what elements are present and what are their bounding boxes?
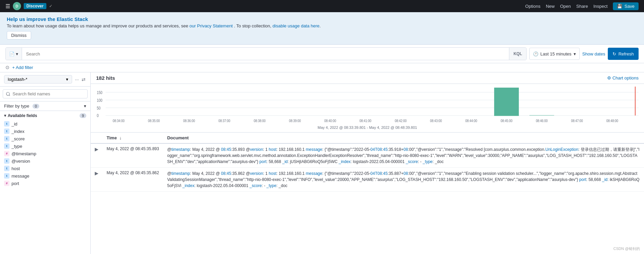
new-link[interactable]: New (546, 4, 555, 9)
sidebar: logstash-* ▾ ··· ⇄ Filter by type 0 ▾ ▾ … (0, 72, 91, 254)
field-type-badge: # (4, 151, 9, 156)
field-name: _score (12, 136, 25, 141)
svg-text:08:37:00: 08:37:00 (219, 119, 230, 123)
index-icons: ··· ⇄ (74, 76, 86, 83)
time-sort-icon: ↓ (119, 135, 122, 140)
table-row: ▶May 4, 2022 @ 08:45:35.862@timestamp: M… (91, 168, 644, 192)
field-item[interactable]: t_index (0, 128, 90, 135)
hamburger-icon[interactable]: ☰ (5, 3, 10, 9)
field-item[interactable]: t@version (0, 157, 90, 165)
svg-text:08:35:00: 08:35:00 (148, 119, 160, 123)
field-name: port (12, 181, 19, 186)
time-label: Last 15 minutes (540, 51, 572, 56)
field-name: _type (12, 144, 22, 149)
svg-text:100: 100 (97, 98, 103, 102)
search-input[interactable] (22, 48, 509, 60)
field-name: _index (12, 129, 24, 134)
nav-avatar[interactable]: D (13, 2, 21, 10)
field-item[interactable]: thost (0, 165, 90, 172)
disable-link[interactable]: disable usage data here (272, 23, 319, 28)
filter-bar: ⊙ + Add filter (0, 63, 644, 72)
svg-rect-19 (494, 88, 519, 116)
refresh-button[interactable]: ↻ Refresh (608, 48, 639, 60)
available-fields-title: Available fields (8, 113, 37, 118)
dismiss-button[interactable]: Dismiss (7, 31, 31, 40)
filter-type-chevron-icon: ▾ (84, 103, 86, 109)
top-nav: ☰ D Discover ✓ Options New Open Share In… (0, 0, 644, 12)
document-cell: @timestamp: May 4, 2022 @ 08:45:35.862 @… (163, 168, 644, 192)
field-item[interactable]: t_id (0, 120, 90, 128)
field-type-badge: # (4, 181, 9, 186)
time-cell: May 4, 2022 @ 08:45:35.893 (103, 143, 163, 168)
share-link[interactable]: Share (576, 4, 588, 9)
field-name: message (12, 174, 29, 179)
discover-badge[interactable]: Discover (24, 3, 46, 9)
svg-text:08:36:00: 08:36:00 (183, 119, 195, 123)
search-fields-input[interactable] (3, 89, 88, 98)
time-chevron-icon: ▾ (574, 51, 576, 56)
kql-badge[interactable]: KQL (509, 48, 526, 60)
field-item[interactable]: t_score (0, 135, 90, 142)
fields-section-header[interactable]: ▾ Available fields 9 (0, 111, 90, 120)
svg-rect-21 (529, 115, 554, 116)
save-button[interactable]: 💾 Save (613, 2, 639, 10)
results-area: 182 hits ⚙ Chart options 15010050008:34:… (91, 72, 644, 254)
time-cell: May 4, 2022 @ 08:45:35.862 (103, 168, 163, 192)
svg-text:08:39:00: 08:39:00 (289, 119, 301, 123)
search-bar: 📄 ▾ KQL 🕐 Last 15 minutes ▾ Show dates ↻… (0, 45, 644, 63)
fields-section: ▾ Available fields 9 t_idt_indext_scoret… (0, 111, 90, 254)
index-arrow-button[interactable]: ⇄ (81, 76, 86, 83)
fields-list: t_idt_indext_scoret_type#@timestampt@ver… (0, 120, 90, 187)
top-nav-left: ☰ D Discover ✓ (5, 2, 52, 10)
top-nav-right: Options New Open Share Inspect 💾 Save (525, 2, 639, 10)
time-picker[interactable]: 🕐 Last 15 minutes ▾ (529, 48, 580, 60)
filter-type-row[interactable]: Filter by type 0 ▾ (0, 101, 90, 111)
expand-button[interactable]: ▶ (95, 146, 98, 152)
table-area[interactable]: Time ↓ Document ▶May 4, 2022 @ 08:45:35.… (91, 133, 644, 254)
table-body: ▶May 4, 2022 @ 08:45:35.893@timestamp: M… (91, 143, 644, 192)
add-filter-link[interactable]: + Add filter (12, 65, 33, 70)
svg-text:08:43:00: 08:43:00 (430, 119, 442, 123)
field-name: _id (12, 121, 17, 126)
show-dates-link[interactable]: Show dates (582, 51, 605, 56)
field-item[interactable]: t_type (0, 142, 90, 150)
chart-options-link[interactable]: ⚙ Chart options (607, 75, 639, 80)
field-item[interactable]: #port (0, 180, 90, 187)
expand-button[interactable]: ▶ (95, 170, 98, 176)
search-type-selector[interactable]: 📄 ▾ (6, 48, 22, 60)
field-name: host (12, 166, 20, 171)
svg-text:50: 50 (97, 106, 101, 110)
privacy-link[interactable]: our Privacy Statement (190, 23, 233, 28)
svg-text:08:40:00: 08:40:00 (324, 119, 336, 123)
save-icon: 💾 (617, 4, 622, 9)
banner-text: To learn about how usage data helps us m… (7, 23, 637, 28)
index-dots-button[interactable]: ··· (74, 76, 80, 83)
field-type-badge: t (4, 158, 9, 164)
svg-text:150: 150 (97, 90, 103, 95)
filter-icon: ⊙ (5, 65, 9, 70)
results-table: Time ↓ Document ▶May 4, 2022 @ 08:45:35.… (91, 133, 644, 192)
inspect-link[interactable]: Inspect (593, 4, 607, 9)
expand-col-header (91, 133, 103, 143)
svg-text:08:46:00: 08:46:00 (536, 119, 548, 123)
index-pattern-label: logstash-* (8, 77, 27, 82)
search-type-icon: 📄 (9, 51, 15, 56)
main-content: logstash-* ▾ ··· ⇄ Filter by type 0 ▾ ▾ … (0, 72, 644, 254)
available-fields-collapse-icon: ▾ (4, 113, 8, 118)
save-label: Save (624, 4, 635, 9)
open-link[interactable]: Open (560, 4, 571, 9)
checkmark-icon: ✓ (49, 4, 52, 8)
field-item[interactable]: tmessage (0, 172, 90, 180)
index-pattern-button[interactable]: logstash-* ▾ (4, 75, 72, 84)
histogram-chart: 15010050008:34:0008:35:0008:36:0008:37:0… (96, 87, 639, 124)
chart-date-range: May 4, 2022 @ 08:33:39.801 - May 4, 2022… (96, 125, 639, 130)
options-link[interactable]: Options (525, 4, 540, 9)
field-item[interactable]: #@timestamp (0, 150, 90, 157)
field-type-badge: t (4, 136, 9, 141)
search-type-chevron: ▾ (16, 51, 18, 56)
chart-options-label: Chart options (613, 75, 639, 80)
refresh-label: Refresh (618, 51, 634, 56)
field-name: @timestamp (12, 151, 36, 156)
time-col-header[interactable]: Time ↓ (103, 133, 163, 143)
field-type-badge: t (4, 173, 9, 179)
